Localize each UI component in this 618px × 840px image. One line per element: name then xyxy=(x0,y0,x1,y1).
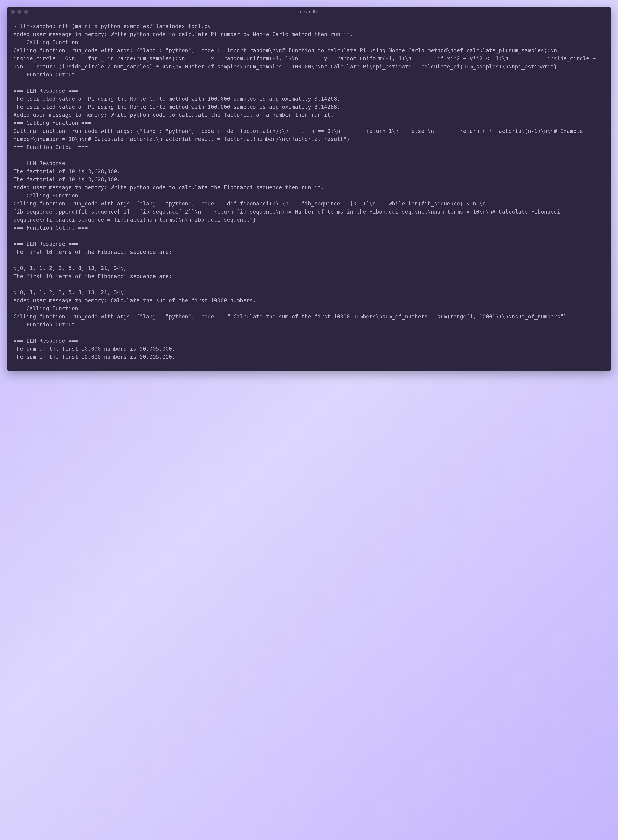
minimize-button[interactable] xyxy=(18,10,21,14)
terminal-line: === Calling Function === xyxy=(13,192,91,199)
terminal-line: \[0, 1, 1, 2, 3, 5, 8, 13, 21, 34\] xyxy=(13,289,126,296)
terminal-line: === LLM Response === xyxy=(13,337,78,344)
terminal-line: === Function Output === xyxy=(13,224,88,231)
title-bar: llm-sandbox xyxy=(7,7,611,17)
terminal-line: Calling function: run_code with args: {"… xyxy=(13,201,563,223)
terminal-line: === Function Output === xyxy=(13,144,88,150)
terminal-line: Added user message to memory: Write pyth… xyxy=(13,31,353,37)
close-button[interactable] xyxy=(11,10,15,14)
terminal-line: Calling function: run_code with args: {"… xyxy=(13,47,602,70)
terminal-line: The sum of the first 10,000 numbers is 5… xyxy=(13,354,175,360)
prompt-line: $ llm-sandbox git:(main) ✗ python exampl… xyxy=(13,23,211,30)
terminal-line: Added user message to memory: Calculate … xyxy=(13,297,256,303)
terminal-line: The first 10 terms of the Fibonacci sequ… xyxy=(13,249,172,255)
terminal-line: Added user message to memory: Write pyth… xyxy=(13,184,324,191)
terminal-line: === Calling Function === xyxy=(13,305,91,312)
terminal-line: === LLM Response === xyxy=(13,241,78,247)
terminal-line: Calling function: run_code with args: {"… xyxy=(13,128,586,142)
terminal-line: The first 10 terms of the Fibonacci sequ… xyxy=(13,273,172,280)
terminal-line: === LLM Response === xyxy=(13,160,78,167)
terminal-line: === Function Output === xyxy=(13,321,88,328)
terminal-content[interactable]: $ llm-sandbox git:(main) ✗ python exampl… xyxy=(7,17,611,371)
terminal-line: \[0, 1, 1, 2, 3, 5, 8, 13, 21, 34\] xyxy=(13,265,126,271)
window-title: llm-sandbox xyxy=(11,9,607,15)
terminal-line: === LLM Response === xyxy=(13,88,78,94)
terminal-window: llm-sandbox $ llm-sandbox git:(main) ✗ p… xyxy=(7,7,611,371)
maximize-button[interactable] xyxy=(24,10,28,14)
terminal-line: The factorial of 10 is 3,628,800. xyxy=(13,176,120,183)
terminal-line: The factorial of 10 is 3,628,800. xyxy=(13,168,120,175)
terminal-line: The sum of the first 10,000 numbers is 5… xyxy=(13,346,175,352)
terminal-line: === Function Output === xyxy=(13,71,88,78)
terminal-line: The estimated value of Pi using the Mont… xyxy=(13,95,340,102)
traffic-lights xyxy=(11,10,28,14)
terminal-line: Added user message to memory: Write pyth… xyxy=(13,112,334,118)
terminal-line: The estimated value of Pi using the Mont… xyxy=(13,104,340,110)
terminal-line: Calling function: run_code with args: {"… xyxy=(13,313,567,320)
terminal-line: === Calling Function === xyxy=(13,120,91,126)
terminal-line: === Calling Function === xyxy=(13,39,91,46)
